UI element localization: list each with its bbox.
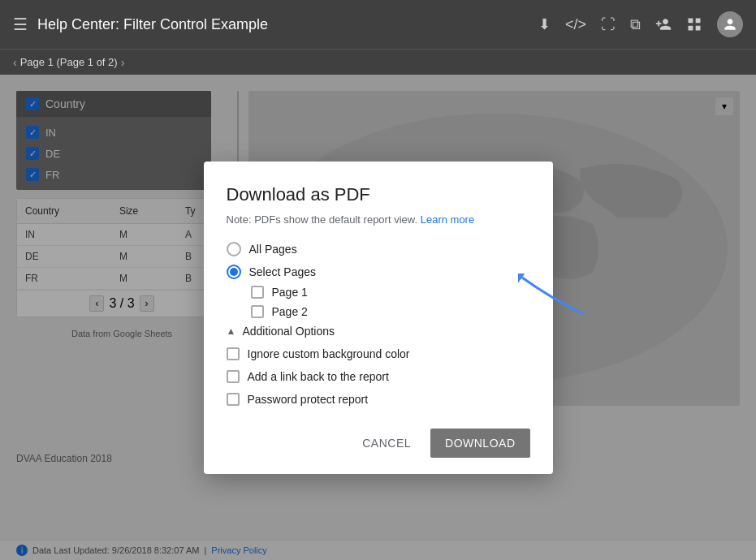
option-password-label: Password protect report bbox=[248, 393, 369, 406]
additional-options-label: Additional Options bbox=[242, 325, 335, 338]
option-ignore-bg[interactable]: Ignore custom background color bbox=[227, 347, 530, 360]
download-pdf-modal: Download as PDF Note: PDFs show the defa… bbox=[204, 162, 553, 474]
radio-select-pages[interactable]: Select Pages bbox=[227, 265, 530, 279]
subbar: ‹ Page 1 (Page 1 of 2) › bbox=[0, 49, 756, 75]
modal-footer: CANCEL DOWNLOAD bbox=[227, 422, 530, 458]
prev-page-icon[interactable]: ‹ bbox=[13, 56, 17, 69]
learn-more-link[interactable]: Learn more bbox=[421, 213, 474, 226]
page1-checkbox[interactable] bbox=[251, 286, 264, 299]
additional-options-toggle[interactable]: ▲ Additional Options bbox=[227, 325, 530, 338]
fullscreen-icon[interactable]: ⛶ bbox=[601, 16, 616, 33]
chevron-up-icon: ▲ bbox=[227, 325, 236, 337]
radio-all-label: All Pages bbox=[249, 243, 297, 256]
person-add-icon[interactable] bbox=[655, 16, 672, 32]
avatar[interactable] bbox=[717, 11, 743, 37]
download-icon[interactable]: ⬇ bbox=[538, 15, 551, 33]
page-title: Help Center: Filter Control Example bbox=[37, 16, 529, 33]
arrow-annotation bbox=[518, 274, 591, 318]
additional-options-content: Ignore custom background color Add a lin… bbox=[227, 347, 530, 406]
code-icon[interactable]: </> bbox=[565, 16, 586, 33]
next-page-icon[interactable]: › bbox=[121, 56, 125, 69]
grid-icon[interactable] bbox=[686, 16, 702, 32]
option-password-checkbox[interactable] bbox=[227, 393, 240, 406]
option-add-link-label: Add a link back to the report bbox=[248, 370, 389, 383]
option-ignore-bg-label: Ignore custom background color bbox=[248, 347, 410, 360]
page1-label: Page 1 bbox=[272, 286, 308, 299]
option-password[interactable]: Password protect report bbox=[227, 393, 530, 406]
radio-select-label: Select Pages bbox=[249, 265, 317, 278]
modal-note: Note: PDFs show the default report view.… bbox=[227, 213, 530, 226]
topbar: ☰ Help Center: Filter Control Example ⬇ … bbox=[0, 0, 756, 49]
page1-item[interactable]: Page 1 bbox=[251, 286, 530, 299]
download-button[interactable]: DOWNLOAD bbox=[430, 429, 529, 458]
modal-overlay: Download as PDF Note: PDFs show the defa… bbox=[0, 75, 756, 560]
page-indicator: Page 1 (Page 1 of 2) bbox=[20, 56, 118, 68]
page2-item[interactable]: Page 2 bbox=[251, 305, 530, 318]
option-ignore-bg-checkbox[interactable] bbox=[227, 347, 240, 360]
pages-list: Page 1 Page 2 bbox=[251, 286, 530, 318]
copy-icon[interactable]: ⧉ bbox=[630, 16, 641, 33]
page2-checkbox[interactable] bbox=[251, 305, 264, 318]
menu-icon[interactable]: ☰ bbox=[13, 15, 28, 34]
modal-title: Download as PDF bbox=[227, 184, 530, 205]
cancel-button[interactable]: CANCEL bbox=[349, 429, 424, 458]
option-add-link-checkbox[interactable] bbox=[227, 370, 240, 383]
radio-all-circle[interactable] bbox=[227, 242, 241, 256]
page2-label: Page 2 bbox=[272, 305, 308, 318]
option-add-link[interactable]: Add a link back to the report bbox=[227, 370, 530, 383]
main-content: ✓ Country ✓ IN ✓ DE ✓ FR bbox=[0, 75, 756, 560]
radio-select-circle[interactable] bbox=[227, 265, 241, 279]
radio-all-pages[interactable]: All Pages bbox=[227, 242, 530, 256]
topbar-icons: ⬇ </> ⛶ ⧉ bbox=[538, 11, 743, 37]
radio-group: All Pages Select Pages bbox=[227, 242, 530, 279]
